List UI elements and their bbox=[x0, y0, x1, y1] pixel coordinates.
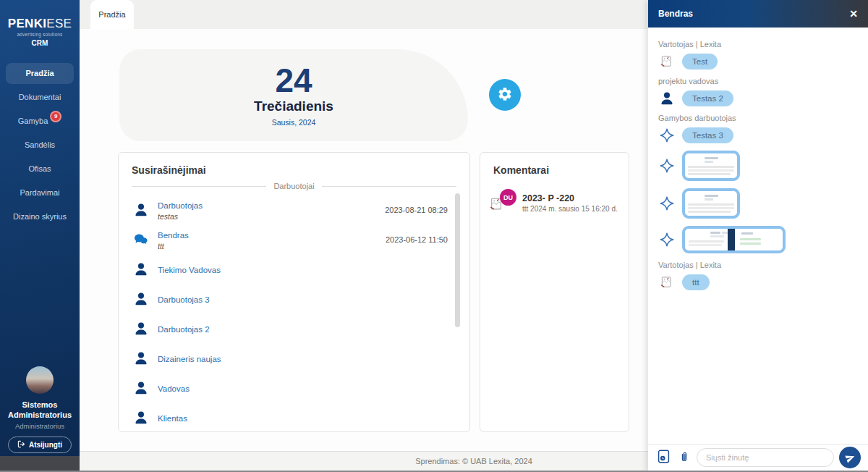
date-month-year: Sausis, 2024 bbox=[272, 118, 316, 127]
sidebar-item-prad-ia[interactable]: Pradžia bbox=[6, 63, 74, 84]
notification-badge: 9 bbox=[50, 111, 61, 122]
tab-pradzia[interactable]: Pradžia bbox=[90, 0, 134, 29]
logout-button[interactable]: Atsijungti bbox=[8, 437, 72, 453]
sidebar-item-label: Gamyba bbox=[18, 117, 48, 125]
chat-bubble: Testas 3 bbox=[682, 127, 733, 143]
chat-text-message: Testas 2 bbox=[658, 90, 858, 106]
sidebar-item-label: Pardavimai bbox=[20, 188, 59, 197]
chat-bubbles-icon bbox=[132, 231, 150, 248]
app-root: PENKIESE advertising solutions CRM Pradž… bbox=[0, 0, 868, 472]
contact-name[interactable]: Vadovas bbox=[158, 384, 190, 393]
logo-tagline: advertising solutions bbox=[0, 32, 80, 37]
date-weekday: Trečiadienis bbox=[254, 98, 333, 114]
message-timestamp: 2023-06-12 11:50 bbox=[386, 235, 448, 244]
user-avatar bbox=[26, 366, 54, 394]
chat-bubble: Test bbox=[682, 54, 718, 69]
conversation-item[interactable]: Darbuotojas 2 bbox=[132, 313, 448, 343]
sidebar-item-dokumentai[interactable]: Dokumentai bbox=[0, 85, 80, 109]
conversation-item[interactable]: Klientas bbox=[132, 403, 448, 432]
contact-name[interactable]: Darbuotojas 3 bbox=[158, 295, 210, 304]
image-message-thumbnail[interactable] bbox=[682, 188, 740, 219]
settings-button[interactable] bbox=[489, 79, 521, 111]
contact-name[interactable]: Dizaineris naujas bbox=[158, 355, 221, 363]
sidebar-item-gamyba[interactable]: Gamyba9 bbox=[0, 109, 80, 133]
chat-sender-label: Vartotojas | Lexita bbox=[658, 40, 858, 49]
contact-name[interactable]: Darbuotojas 2 bbox=[158, 325, 210, 334]
date-card: 24 Trečiadienis Sausis, 2024 bbox=[119, 49, 468, 141]
conversation-item[interactable]: Tiekimo Vadovas bbox=[132, 254, 448, 284]
chat-panel: Bendras ✕ Vartotojas | LexitaTestprojekt… bbox=[648, 0, 868, 472]
sidebar-item-dizaino-skyrius[interactable]: Dizaino skyrius bbox=[0, 205, 80, 229]
divider-label: Darbuotojai bbox=[273, 182, 314, 190]
message-input[interactable] bbox=[697, 448, 834, 467]
chat-text-message: Testas 3 bbox=[658, 127, 858, 143]
date-day: 24 bbox=[275, 64, 312, 97]
chat-image-message bbox=[658, 151, 858, 181]
chat-image-message bbox=[658, 226, 858, 253]
comments-panel-title: Komentarai bbox=[480, 153, 629, 180]
contact-name[interactable]: Tiekimo Vadovas bbox=[158, 266, 221, 274]
person-icon bbox=[132, 321, 150, 337]
sparkle-icon bbox=[658, 127, 676, 143]
sidebar-item-label: Ofisas bbox=[28, 164, 51, 173]
sidebar-item-pardavimai[interactable]: Pardavimai bbox=[0, 181, 80, 205]
image-message-thumbnail[interactable] bbox=[682, 226, 786, 253]
chat-sender-label: projektu vadovas bbox=[658, 77, 858, 85]
chat-text-message: Test bbox=[658, 54, 858, 69]
sidebar-menu: PradžiaDokumentaiGamyba9SandėlisOfisasPa… bbox=[0, 63, 80, 229]
contact-name[interactable]: Klientas bbox=[158, 414, 187, 423]
conversation-item[interactable]: Dizaineris naujas bbox=[132, 343, 448, 373]
person-icon bbox=[132, 380, 150, 396]
conversation-item[interactable]: Bendrasttt2023-06-12 11:50 bbox=[132, 224, 448, 254]
sidebar-item-sand-lis[interactable]: Sandėlis bbox=[0, 133, 80, 157]
last-message-preview: testas bbox=[158, 212, 385, 221]
chat-bubble: Testas 2 bbox=[682, 90, 733, 106]
sidebar-item-label: Sandėlis bbox=[25, 140, 55, 149]
close-icon[interactable]: ✕ bbox=[849, 9, 858, 19]
logo-product: CRM bbox=[0, 39, 80, 47]
person-icon bbox=[658, 90, 676, 106]
send-button[interactable] bbox=[839, 447, 861, 468]
conversation-item[interactable]: Darbuotojastestas2023-08-21 08:29 bbox=[132, 195, 448, 224]
person-icon bbox=[132, 350, 150, 366]
chat-sender-label: Vartotojas | Lexita bbox=[658, 261, 858, 269]
file-attach-button[interactable] bbox=[677, 448, 692, 468]
broken-image-icon bbox=[658, 275, 676, 290]
logout-label: Atsijungti bbox=[29, 441, 62, 449]
chat-sender-label: Gamybos darbuotojas bbox=[658, 114, 858, 122]
contact-name[interactable]: Bendras bbox=[158, 231, 189, 240]
sidebar: PENKIESE advertising solutions CRM Pradž… bbox=[0, 0, 80, 456]
sidebar-item-ofisas[interactable]: Ofisas bbox=[0, 157, 80, 181]
sidebar-bottom-strip bbox=[0, 456, 80, 472]
sparkle-icon bbox=[658, 232, 676, 248]
user-block: Sistemos Administratorius Administratori… bbox=[0, 366, 80, 453]
chat-header: Bendras ✕ bbox=[648, 0, 868, 28]
chat-bubble: ttt bbox=[682, 274, 710, 290]
person-icon bbox=[132, 261, 150, 277]
comment-title: 2023- P -220 bbox=[522, 193, 618, 203]
messages-scrollbar[interactable] bbox=[455, 193, 460, 327]
gear-icon bbox=[497, 86, 513, 104]
user-role: Administratorius bbox=[0, 422, 80, 430]
paperclip-icon bbox=[678, 450, 690, 466]
photo-attach-button[interactable] bbox=[655, 447, 672, 468]
photo-icon bbox=[657, 449, 671, 466]
contact-name[interactable]: Darbuotojas bbox=[158, 201, 203, 210]
sidebar-item-label: Dokumentai bbox=[19, 93, 61, 101]
person-icon bbox=[132, 202, 150, 218]
comment-avatar-badge: DU bbox=[500, 189, 516, 206]
sidebar-item-label: Pradžia bbox=[25, 69, 54, 77]
image-message-thumbnail[interactable] bbox=[682, 151, 740, 181]
conversation-item[interactable]: Vadovas bbox=[132, 373, 448, 403]
comment-item[interactable]: DU 2023- P -220 ttt 2024 m. sausio 15 16… bbox=[480, 180, 629, 225]
message-timestamp: 2023-08-21 08:29 bbox=[385, 206, 448, 214]
chat-input-bar bbox=[648, 444, 868, 472]
comment-avatar: DU bbox=[489, 190, 516, 215]
brand-name: PENKIESE bbox=[0, 17, 80, 31]
sparkle-icon bbox=[658, 195, 676, 211]
broken-image-icon bbox=[658, 54, 676, 69]
conversation-item[interactable]: Darbuotojas 3 bbox=[132, 284, 448, 313]
user-name: Sistemos Administratorius bbox=[0, 400, 80, 421]
person-icon bbox=[132, 291, 150, 307]
chat-text-message: ttt bbox=[658, 274, 858, 290]
